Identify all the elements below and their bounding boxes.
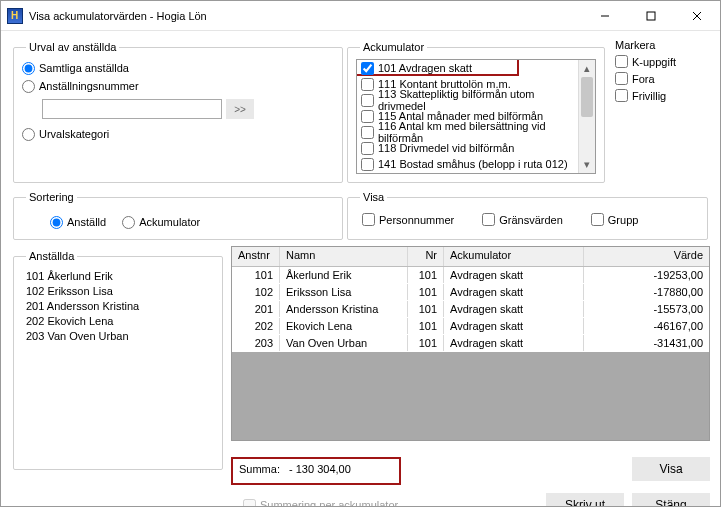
accumulator-item-101[interactable]: 101 Avdragen skatt <box>357 60 578 76</box>
accumulator-item-142[interactable]: 142 Kost (belopp i ruta 012) <box>357 172 578 174</box>
visa-personnummer[interactable]: Personnummer <box>362 213 454 226</box>
list-item[interactable]: 201 Andersson Kristina <box>26 300 210 315</box>
table-row[interactable]: 102Eriksson Lisa101Avdragen skatt-17880,… <box>232 284 709 301</box>
grid-header-varde[interactable]: Värde <box>584 247 709 266</box>
titlebar: Visa ackumulatorvärden - Hogia Lön <box>1 1 720 31</box>
list-item[interactable]: 203 Van Oven Urban <box>26 330 210 345</box>
radio-employee-number[interactable]: Anställningsnummer <box>22 77 334 95</box>
scroll-thumb[interactable] <box>581 77 593 117</box>
summa-label: Summa: <box>239 463 280 475</box>
results-grid[interactable]: Anstnr Namn Nr Ackumulator Värde 101Åker… <box>231 246 710 441</box>
radio-all-employees[interactable]: Samtliga anställda <box>22 59 334 77</box>
grid-header: Anstnr Namn Nr Ackumulator Värde <box>232 247 709 267</box>
list-item[interactable]: 202 Ekovich Lena <box>26 315 210 330</box>
table-row[interactable]: 202Ekovich Lena101Avdragen skatt-46167,0… <box>232 318 709 335</box>
summa-value: - 130 304,00 <box>289 463 351 475</box>
list-item[interactable]: 102 Eriksson Lisa <box>26 285 210 300</box>
grid-header-nr[interactable]: Nr <box>408 247 444 266</box>
sort-by-accumulator[interactable]: Ackumulator <box>122 213 200 231</box>
radio-employee-number-input[interactable] <box>22 80 35 93</box>
grid-header-anstnr[interactable]: Anstnr <box>232 247 280 266</box>
accumulator-groupbox: Ackumulator 101 Avdragen skatt111 Kontan… <box>347 41 605 183</box>
minimize-button[interactable] <box>582 1 628 31</box>
table-row[interactable]: 203Van Oven Urban101Avdragen skatt-31431… <box>232 335 709 352</box>
markera-legend: Markera <box>615 39 710 51</box>
radio-all-employees-input[interactable] <box>22 62 35 75</box>
sorting-groupbox: Sortering Anställd Ackumulator <box>13 191 343 240</box>
visa-groupbox: Visa Personnummer Gränsvärden Grupp <box>347 191 708 240</box>
accumulator-listbox[interactable]: 101 Avdragen skatt111 Kontant bruttolön … <box>356 59 596 174</box>
scroll-up-icon[interactable]: ▴ <box>579 60 595 77</box>
radio-nr-label: Anställningsnummer <box>39 80 139 92</box>
radio-selection-category-input[interactable] <box>22 128 35 141</box>
visa-grupp[interactable]: Grupp <box>591 213 639 226</box>
urval-groupbox: Urval av anställda Samtliga anställda An… <box>13 41 343 183</box>
scroll-down-icon[interactable]: ▾ <box>579 156 595 173</box>
maximize-button[interactable] <box>628 1 674 31</box>
accumulator-scrollbar[interactable]: ▴ ▾ <box>578 60 595 173</box>
sorting-legend: Sortering <box>26 191 77 203</box>
accumulator-legend: Ackumulator <box>360 41 427 53</box>
go-btn-label: >> <box>234 104 246 115</box>
accumulator-item-113[interactable]: 113 Skattepliktig bilförmån utom drivmed… <box>357 92 578 108</box>
markera-fora[interactable]: Fora <box>615 70 710 87</box>
accumulator-item-141[interactable]: 141 Bostad småhus (belopp i ruta 012) <box>357 156 578 172</box>
app-icon <box>7 8 23 24</box>
close-dialog-button[interactable]: Stäng <box>632 493 710 507</box>
sum-per-accumulator-checkbox[interactable]: Summering per ackumulator <box>239 496 398 508</box>
radio-all-label: Samtliga anställda <box>39 62 129 74</box>
window-title: Visa ackumulatorvärden - Hogia Lön <box>29 10 207 22</box>
visa-button[interactable]: Visa <box>632 457 710 481</box>
table-row[interactable]: 101Åkerlund Erik101Avdragen skatt-19253,… <box>232 267 709 284</box>
summa-box: Summa: - 130 304,00 <box>231 457 401 485</box>
employees-legend: Anställda <box>26 250 77 262</box>
grid-header-ack[interactable]: Ackumulator <box>444 247 584 266</box>
radio-cat-label: Urvalskategori <box>39 128 109 140</box>
markera-frivillig[interactable]: Frivillig <box>615 87 710 104</box>
list-item[interactable]: 101 Åkerlund Erik <box>26 270 210 285</box>
radio-selection-category[interactable]: Urvalskategori <box>22 125 334 143</box>
accumulator-item-116[interactable]: 116 Antal km med bilersättning vid bilfö… <box>357 124 578 140</box>
employees-groupbox: Anställda 101 Åkerlund Erik102 Eriksson … <box>13 250 223 470</box>
print-button[interactable]: Skriv ut <box>546 493 624 507</box>
employee-number-field[interactable] <box>42 99 222 119</box>
scroll-track[interactable] <box>579 77 595 156</box>
urval-legend: Urval av anställda <box>26 41 119 53</box>
visa-legend: Visa <box>360 191 387 203</box>
employee-number-go-button[interactable]: >> <box>226 99 254 119</box>
markera-kuppgift[interactable]: K-uppgift <box>615 53 710 70</box>
employees-list[interactable]: 101 Åkerlund Erik102 Eriksson Lisa201 An… <box>22 268 214 347</box>
visa-gransvarden[interactable]: Gränsvärden <box>482 213 563 226</box>
sort-by-employee[interactable]: Anställd <box>50 213 106 231</box>
table-row[interactable]: 201Andersson Kristina101Avdragen skatt-1… <box>232 301 709 318</box>
close-button[interactable] <box>674 1 720 31</box>
grid-header-namn[interactable]: Namn <box>280 247 408 266</box>
svg-rect-1 <box>647 12 655 20</box>
